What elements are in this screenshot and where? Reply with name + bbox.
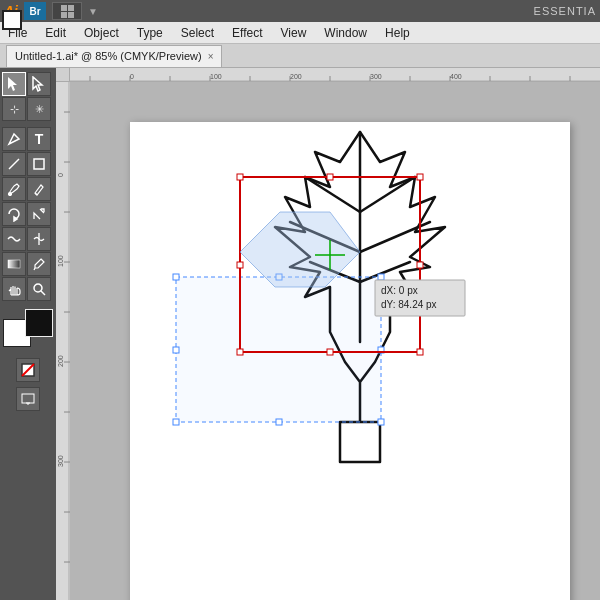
normal-mode-icon <box>20 362 36 378</box>
tab-title: Untitled-1.ai* @ 85% (CMYK/Preview) <box>15 50 202 62</box>
direct-select-icon <box>31 76 47 92</box>
svg-rect-18 <box>70 68 600 82</box>
svg-text:200: 200 <box>57 355 64 367</box>
eyedropper-tool[interactable] <box>27 252 51 276</box>
direct-select-tool[interactable] <box>27 72 51 96</box>
svg-text:100: 100 <box>210 73 222 80</box>
svg-rect-70 <box>327 174 333 180</box>
select-icon <box>6 76 22 92</box>
line-tool[interactable] <box>2 152 26 176</box>
rotate-icon <box>6 206 22 222</box>
gradient-tool[interactable] <box>2 252 26 276</box>
svg-text:0: 0 <box>130 73 134 80</box>
normal-mode[interactable] <box>16 358 40 382</box>
svg-rect-74 <box>237 349 243 355</box>
screen-mode-row <box>2 387 54 411</box>
ruler-top-svg: 0 100 200 300 400 <box>70 68 600 82</box>
ruler-left: 0 100 200 300 <box>56 82 70 600</box>
menu-effect[interactable]: Effect <box>230 24 264 42</box>
menu-window[interactable]: Window <box>322 24 369 42</box>
tab-close-button[interactable]: × <box>208 51 214 62</box>
foreground-color-box[interactable] <box>25 309 53 337</box>
scale-tool[interactable] <box>27 202 51 226</box>
view-grid <box>61 5 74 18</box>
svg-rect-3 <box>34 159 44 169</box>
view-arrow[interactable]: ▼ <box>88 6 98 17</box>
ruler-top: 0 100 200 300 400 <box>70 68 600 82</box>
rotate-tool[interactable] <box>2 202 26 226</box>
menu-view[interactable]: View <box>279 24 309 42</box>
svg-rect-75 <box>327 349 333 355</box>
svg-rect-63 <box>378 274 384 280</box>
magic-wand-tool[interactable]: ✳ <box>27 97 51 121</box>
select-tools-row <box>2 72 54 96</box>
text-icon: T <box>35 131 44 147</box>
svg-rect-9 <box>8 260 20 268</box>
svg-line-5 <box>35 193 37 195</box>
svg-text:200: 200 <box>290 73 302 80</box>
svg-rect-69 <box>237 174 243 180</box>
lasso-tool[interactable]: ⊹ <box>2 97 26 121</box>
view-selector[interactable] <box>52 2 82 20</box>
magic-wand-icon: ✳ <box>35 103 44 116</box>
menu-type[interactable]: Type <box>135 24 165 42</box>
svg-rect-38 <box>56 82 70 600</box>
rotate-tools-row <box>2 202 54 226</box>
svg-point-4 <box>9 193 12 196</box>
mode-row <box>2 358 54 382</box>
hand-icon <box>6 281 22 297</box>
svg-text:dY: 84.24 px: dY: 84.24 px <box>381 299 437 310</box>
document-canvas[interactable]: dX: 0 px dY: 84.24 px <box>70 82 600 600</box>
svg-text:300: 300 <box>57 455 64 467</box>
brush-tools-row <box>2 177 54 201</box>
gradient-icon <box>6 256 22 272</box>
pen-tool[interactable] <box>2 127 26 151</box>
line-icon <box>6 156 22 172</box>
svg-marker-1 <box>33 77 42 91</box>
workspace-label: ESSENTIA <box>534 5 596 17</box>
tab-bar: Untitled-1.ai* @ 85% (CMYK/Preview) × <box>0 44 600 68</box>
width-tool[interactable] <box>27 227 51 251</box>
rect-icon <box>31 156 47 172</box>
text-tool[interactable]: T <box>27 127 51 151</box>
screen-mode-icon <box>20 391 36 407</box>
stroke-box[interactable] <box>2 10 22 30</box>
warp-tool[interactable] <box>2 227 26 251</box>
svg-text:400: 400 <box>450 73 462 80</box>
svg-rect-68 <box>378 419 384 425</box>
width-icon <box>31 231 47 247</box>
hand-tool[interactable] <box>2 277 26 301</box>
menu-help[interactable]: Help <box>383 24 412 42</box>
ruler-corner <box>56 68 70 82</box>
svg-text:dX: 0 px: dX: 0 px <box>381 285 418 296</box>
svg-rect-76 <box>417 349 423 355</box>
paintbrush-tool[interactable] <box>2 177 26 201</box>
document-tab[interactable]: Untitled-1.ai* @ 85% (CMYK/Preview) × <box>6 45 222 67</box>
svg-rect-66 <box>173 419 179 425</box>
svg-rect-72 <box>237 262 243 268</box>
screen-mode-button[interactable] <box>16 387 40 411</box>
pen-icon <box>6 131 22 147</box>
menu-edit[interactable]: Edit <box>43 24 68 42</box>
svg-line-2 <box>9 159 19 169</box>
br-button[interactable]: Br <box>24 2 46 20</box>
canvas-area: 0 100 200 300 400 0 <box>56 68 600 600</box>
toolbar: ⊹ ✳ T <box>0 68 56 600</box>
select-tool[interactable] <box>2 72 26 96</box>
svg-text:100: 100 <box>57 255 64 267</box>
menu-select[interactable]: Select <box>179 24 216 42</box>
svg-line-55 <box>305 177 360 212</box>
color-boxes[interactable] <box>3 309 53 347</box>
top-bar: Ai Br ▼ ESSENTIA <box>0 0 600 22</box>
zoom-tool[interactable] <box>27 277 51 301</box>
eyedropper-icon <box>31 256 47 272</box>
warp-icon <box>6 231 22 247</box>
main-area: ⊹ ✳ T <box>0 68 600 600</box>
zoom-tools-row <box>2 277 54 301</box>
rect-tool[interactable] <box>27 152 51 176</box>
pencil-tool[interactable] <box>27 177 51 201</box>
menu-bar: File Edit Object Type Select Effect View… <box>0 22 600 44</box>
lasso-icon: ⊹ <box>10 103 19 116</box>
svg-text:0: 0 <box>57 173 64 177</box>
menu-object[interactable]: Object <box>82 24 121 42</box>
